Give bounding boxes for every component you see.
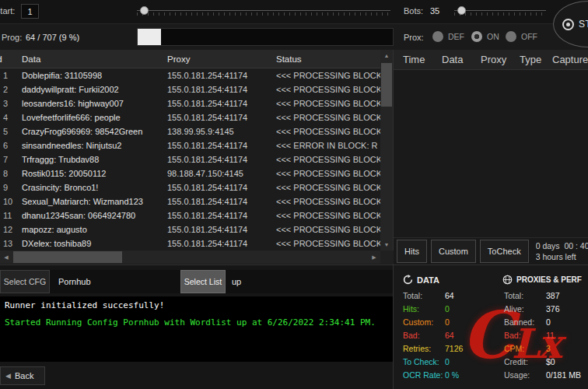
start-label: Start: <box>0 6 15 16</box>
table-row[interactable]: 1 Doblepifia: 31105998 155.0.181.254:411… <box>0 68 380 82</box>
scrollbar-corner <box>380 251 394 264</box>
stat-row: Bad: 64 <box>403 331 463 341</box>
column-header-data[interactable]: Data <box>22 54 167 64</box>
progress-row: Prog: 64 / 707 (9 %) Prox: DEF ON OFF <box>0 23 588 50</box>
proxy-mode-on-radio[interactable]: ON <box>471 31 499 42</box>
stat-value: 64 <box>445 331 454 341</box>
scroll-down-icon[interactable]: ▼ <box>380 239 393 251</box>
vertical-scrollbar[interactable]: ▲ ▼ <box>380 50 393 251</box>
row-data: DXelex: toshiba89 <box>22 239 167 248</box>
column-header-time[interactable]: Time <box>394 54 442 65</box>
row-proxy: 155.0.181.254:41174 <box>167 225 276 234</box>
stat-row: To Check: 0 <box>403 357 463 367</box>
row-id: 2 <box>0 85 22 94</box>
proxies-section-header: PROXIES & PERF <box>502 275 582 285</box>
scroll-right-icon[interactable]: ▶ <box>368 251 380 264</box>
proxy-mode-off-radio[interactable]: OFF <box>506 31 537 42</box>
table-row[interactable]: 8 Rostik0115: 20050112 98.188.47.150:414… <box>0 166 380 180</box>
slider-thumb[interactable] <box>457 6 466 15</box>
hits-filter-bar: Hits Custom ToCheck 0 days 00 : 40 3 hou… <box>394 237 588 265</box>
row-proxy: 155.0.181.254:41174 <box>167 85 276 94</box>
table-row[interactable]: 5 CrazyFrog696969: 98542Green 138.99.95.… <box>0 124 380 138</box>
table-row[interactable]: 2 daddywillpratt: Furkii2002 155.0.181.2… <box>0 82 380 96</box>
row-data: Rostik0115: 20050112 <box>22 169 167 178</box>
elapsed-time: 0 days 00 : 40 <box>536 240 588 251</box>
stat-value: 0 <box>445 357 450 367</box>
scroll-up-icon[interactable]: ▲ <box>380 50 393 61</box>
progress-value: 64 / 707 (9 %) <box>26 33 79 42</box>
custom-button[interactable]: Custom <box>431 240 476 263</box>
row-data: leosanders16: highway007 <box>22 99 167 108</box>
row-id: 9 <box>0 183 22 192</box>
globe-icon <box>502 275 513 285</box>
table-row[interactable]: 4 Lovefeetforlife666: people 155.0.181.2… <box>0 110 380 124</box>
proxies-section-title: PROXIES & PERF <box>516 275 582 284</box>
row-proxy: 98.188.47.150:4145 <box>167 169 276 178</box>
row-data: Doblepifia: 31105998 <box>22 71 167 80</box>
stat-row: Usage: 0/181 MB <box>504 370 581 380</box>
select-cfg-button[interactable]: Select CFG <box>0 270 50 293</box>
start-slider[interactable] <box>137 5 390 17</box>
horizontal-scrollbar[interactable]: ◀ ▶ <box>0 251 380 264</box>
row-proxy: 155.0.181.254:41174 <box>167 197 276 206</box>
row-status: <<< PROCESSING BLOCK <box>276 155 380 164</box>
slider-thumb[interactable] <box>140 6 149 15</box>
config-name: Pornhub <box>50 270 180 293</box>
table-row[interactable]: 3 leosanders16: highway007 155.0.181.254… <box>0 96 380 110</box>
row-status: <<< PROCESSING BLOCK <box>276 183 380 192</box>
row-status: <<< PROCESSING BLOCK <box>276 225 380 234</box>
hits-table-header: Time Data Proxy Type Capture <box>394 50 588 70</box>
slider-ticks <box>137 12 390 16</box>
stat-label: Alive: <box>504 304 546 314</box>
row-data: dhanu12345san: 0664924780 <box>22 211 167 220</box>
hits-button[interactable]: Hits <box>397 240 427 263</box>
stats-content: DATA Total: 64 Hits: 0 Custom: <box>394 265 588 389</box>
stat-row: Alive: 376 <box>504 304 581 314</box>
stat-label: Hits: <box>403 304 445 314</box>
stat-label: Bad: <box>403 331 445 341</box>
row-status: <<< PROCESSING BLOCK <box>276 239 380 248</box>
row-status: <<< PROCESSING BLOCK <box>276 71 380 80</box>
bots-slider[interactable] <box>454 5 546 17</box>
scroll-left-icon[interactable]: ◀ <box>0 251 12 264</box>
tocheck-button[interactable]: ToCheck <box>480 240 529 263</box>
row-proxy: 155.0.181.254:41174 <box>167 113 276 122</box>
column-header-capture[interactable]: Capture <box>552 54 588 65</box>
horizontal-scrollbar-thumb[interactable] <box>13 251 122 263</box>
table-row[interactable]: 7 Trfraggg: Trubdav88 155.0.181.254:4117… <box>0 152 380 166</box>
column-header-status[interactable]: Status <box>276 54 380 64</box>
select-list-button[interactable]: Select List <box>180 270 226 293</box>
log-line: Started Running Config Pornhub with Word… <box>5 317 388 328</box>
column-header-data[interactable]: Data <box>442 54 481 65</box>
stats-panel: CLx DATA Total: 64 Hits: <box>394 265 588 389</box>
table-row[interactable]: 13 DXelex: toshiba89 155.0.181.254:41174… <box>0 237 380 251</box>
table-row[interactable]: 11 dhanu12345san: 0664924780 155.0.181.2… <box>0 209 380 223</box>
runner-log: Runner initialized succesfully! Started … <box>0 296 393 362</box>
column-header-id[interactable]: Id <box>0 54 22 64</box>
table-row[interactable]: 6 sinsandneedles: Ninjutsu2 155.0.181.25… <box>0 138 380 152</box>
table-row[interactable]: 10 Sexual_Matriarch: Wizmand123 155.0.18… <box>0 194 380 209</box>
row-id: 10 <box>0 197 22 206</box>
start-input[interactable] <box>21 4 39 19</box>
column-header-proxy[interactable]: Proxy <box>167 54 276 64</box>
radio-label: OFF <box>521 32 537 41</box>
column-header-proxy[interactable]: Proxy <box>481 54 520 65</box>
row-proxy: 155.0.181.254:41174 <box>167 155 276 164</box>
stat-row: Bad: 11 <box>504 331 581 341</box>
back-button[interactable]: ◀ Back <box>0 366 45 385</box>
bots-value: 35 <box>430 6 439 16</box>
results-rows: 1 Doblepifia: 31105998 155.0.181.254:411… <box>0 68 380 251</box>
radio-circle-icon <box>506 31 516 42</box>
table-row[interactable]: 12 mapozz: augusto 155.0.181.254:41174 <… <box>0 223 380 237</box>
stat-value: 7126 <box>445 344 463 354</box>
row-data: mapozz: augusto <box>22 225 167 234</box>
wordlist-name: up <box>226 270 393 293</box>
table-row[interactable]: 9 Crasincity: Bronco1! 155.0.181.254:411… <box>0 180 380 194</box>
row-id: 5 <box>0 127 22 136</box>
row-id: 11 <box>0 211 22 220</box>
proxy-mode-def-radio[interactable]: DEF <box>432 31 464 42</box>
stat-row: Retries: 7126 <box>403 344 463 354</box>
column-header-type[interactable]: Type <box>520 54 552 65</box>
stat-label: Usage: <box>504 370 546 380</box>
vertical-scrollbar-thumb[interactable] <box>381 63 392 107</box>
